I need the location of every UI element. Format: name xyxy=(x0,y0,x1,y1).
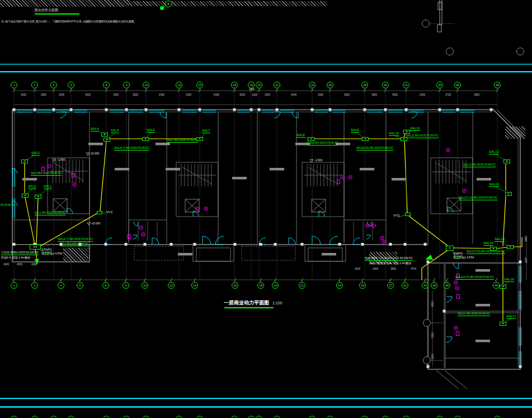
title-underline xyxy=(224,307,274,308)
dimension-value: 4500 xyxy=(392,94,398,97)
elevator-shafts xyxy=(53,198,461,212)
corner-detail xyxy=(437,0,442,32)
distribution-box-sal16: × xyxy=(500,285,506,289)
annotation-label: SAL1 xyxy=(44,185,52,189)
annotation-label: SAL2 BV-3X25 PC40 FC xyxy=(31,172,62,176)
distribution-box-sal12: × xyxy=(503,159,510,163)
annotation-label: SAL8 BV-3X25 PC40 FC xyxy=(308,142,338,145)
distribution-box-sal3: × xyxy=(21,159,28,163)
grid-bubble-aux xyxy=(516,48,524,55)
drawing-title-text: 一层商业动力平面图 xyxy=(224,300,269,306)
distribution-box-sal11: × xyxy=(403,130,410,134)
grid-bubble-bottom: 19 xyxy=(272,282,279,289)
dimension-value: 2700 xyxy=(445,94,451,97)
cad-canvas[interactable]: 防火分区示意图 B 注: 地下划分为四个防火分区, 防火分区一、二面积均为425… xyxy=(0,0,532,418)
annotation-label: SAL12 xyxy=(489,150,499,154)
annotation-label: 距地0.4, 埋深-1.4m敷设 xyxy=(1,256,31,259)
distribution-box-sal8: × xyxy=(308,137,314,141)
annotation-label: 底边距地1.4 P54 xyxy=(453,256,474,259)
grid-bubble-top: 2 xyxy=(31,82,38,88)
dimension-value: 3300 xyxy=(432,332,435,338)
grid-bubble-bottom: 31 xyxy=(402,282,408,289)
stair-cores xyxy=(48,158,473,217)
grid-bubble-top: 24 xyxy=(309,82,316,88)
entrance-ramp-hatch xyxy=(63,248,88,262)
dimension-value: 3300 xyxy=(113,94,119,97)
annotation-label: SAL(14-17) BV-3X25 PC40 FC xyxy=(455,276,494,280)
annotation-label: SAL6 xyxy=(147,128,155,133)
distribution-box-sal6: × xyxy=(142,137,149,141)
annotation-label: SAL14 xyxy=(495,237,505,242)
annotation-label: SAL17 BV-3X25 PC40 FC xyxy=(458,312,490,316)
annotation-label: SAL(8-10) BV-3X25 PC40 FC xyxy=(356,147,393,151)
grid-bubble-top: 18 xyxy=(231,82,238,88)
annotation-label: VY1 xyxy=(106,210,112,214)
general-note: 注: 地下划分为四个防火分区, 防火分区一、二面积均为425.07平方米, 分期… xyxy=(1,20,136,23)
grid-bubble-top: 34 xyxy=(436,82,443,88)
dimension-value: 1160 xyxy=(525,257,528,263)
dimension-value: 1200 xyxy=(252,94,257,97)
grid-bubble-top: 21 xyxy=(274,82,280,88)
annotation-label: SAL13 xyxy=(489,182,499,187)
distribution-box-sal7: × xyxy=(196,137,203,141)
grid-bubble-top: 15 xyxy=(196,82,203,88)
grid-bubble-bottom: 34 xyxy=(422,282,429,289)
annotation-label: SAL8 xyxy=(296,133,305,138)
distribution-box-stap1: ×× xyxy=(30,245,41,250)
grid-bubble-bottom: 4 xyxy=(58,282,64,289)
annotation-label: 电源:WDZ-YJY-4X25+1X16 SC100 FC xyxy=(365,257,413,261)
cyan-guide-lines xyxy=(0,64,532,408)
distribution-box-sal2: × xyxy=(22,194,29,198)
drawing-title: 一层商业动力平面图1:100 xyxy=(224,300,283,306)
annotation-label: ±0.000 xyxy=(91,152,99,155)
grid-bubble-bottom: 36 xyxy=(431,282,437,289)
grid-bubble-bottom: 16 xyxy=(232,282,238,289)
distribution-box-sal14: × xyxy=(507,245,514,249)
grid-bubble-bottom: 26 xyxy=(359,282,366,289)
dimension-value: 2400 xyxy=(3,264,9,266)
grid-bubble-top: 8 xyxy=(103,82,110,88)
grid-bubble-bottom: 18 xyxy=(257,282,264,289)
distribution-box-sal13: × xyxy=(505,192,512,196)
distribution-box-sal5: × xyxy=(103,138,110,142)
annotation-label: SAL(12-13) BV-3X25 PC40 FC xyxy=(459,196,497,200)
grid-bubble-top: 10 xyxy=(143,82,149,88)
grid-bubble-bottom: 2 xyxy=(31,282,38,289)
grid-bubble-top: 9 xyxy=(123,82,130,88)
dimension-value: 3000 xyxy=(133,94,138,97)
annotation-label: SAL11 BV-3X25 PC40 FC xyxy=(406,134,439,138)
dimension-lines xyxy=(11,24,526,367)
dimension-value: 4200 xyxy=(31,264,37,266)
plan-linework xyxy=(0,0,532,418)
grid-bubble-bottom: 12 xyxy=(168,282,175,289)
dimension-value: 4500 xyxy=(17,264,22,266)
dimension-value: 6400 xyxy=(159,94,164,97)
grid-bubble-top: 30 xyxy=(382,82,389,88)
grid-bubble-top: 6 xyxy=(68,82,74,88)
dimension-value: 2400 xyxy=(373,268,378,271)
annotation-label: SAL17 xyxy=(506,314,516,319)
dimension-value: 4200 xyxy=(355,268,360,271)
drawing-scale: 1:100 xyxy=(272,301,283,305)
annotation-label: VY1 BV-3X6 PC40 FC xyxy=(61,242,89,246)
annotation-label: SAL9 xyxy=(351,128,359,133)
distribution-box-sal15: × xyxy=(490,247,497,251)
grid-bubble-bottom: 40 xyxy=(493,282,500,289)
annotation-label: -1.500 xyxy=(57,158,65,161)
annotation-label: SAL(4-7) BV-3X25 PC40 FC xyxy=(58,238,93,242)
dimension-value: 4700 xyxy=(411,268,416,271)
annotation-label: YJV22-4X50+1X25 SC100 FC xyxy=(1,251,39,255)
grid-bubble-bottom: 10 xyxy=(142,282,148,289)
dimension-value: 2400 xyxy=(249,88,255,91)
toilet-partitions xyxy=(129,220,373,242)
grid-bubble-top: 36 xyxy=(454,82,461,88)
annotation-label: SAL15 xyxy=(483,241,493,246)
fire-zone-dot xyxy=(160,6,164,10)
grid-bubble-bottom: 24 xyxy=(336,282,343,289)
annotation-label: SAL(4-7) BV-3X25 PC40 FC xyxy=(114,147,149,151)
dimension-value: 2400 xyxy=(59,94,64,97)
grid-bubble-bottom: 14 xyxy=(191,282,198,289)
grid-bubble-top: 28 xyxy=(361,82,368,88)
dimension-value: 2400 xyxy=(420,94,425,97)
grid-bubble-top: 38 xyxy=(494,82,501,88)
